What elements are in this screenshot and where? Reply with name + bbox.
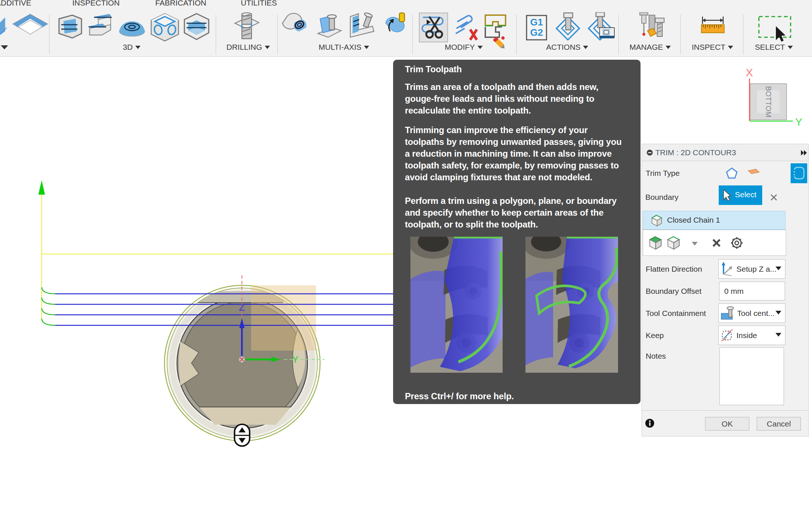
svg-text:Z: Z bbox=[239, 302, 245, 313]
svg-text:Y: Y bbox=[292, 354, 298, 365]
svg-text:G2: G2 bbox=[530, 27, 543, 38]
svg-text:Y: Y bbox=[795, 116, 802, 128]
svg-text:G1: G1 bbox=[530, 17, 543, 28]
svg-text:BOTTOM: BOTTOM bbox=[764, 86, 773, 117]
svg-text:X: X bbox=[746, 66, 753, 79]
